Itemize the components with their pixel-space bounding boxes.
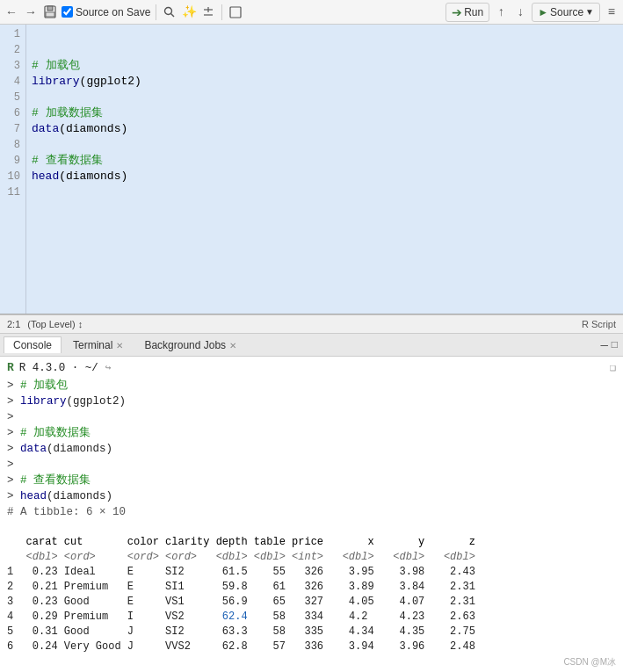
status-bar: 2:1 (Top Level) ↕ R Script <box>0 314 623 334</box>
editor-toolbar: ← → Source on Save ✨ ➔ Run <box>0 0 623 25</box>
svg-point-3 <box>165 7 172 14</box>
search-icon[interactable] <box>162 4 177 20</box>
console-line-4: > # 加载数据集 <box>7 425 616 441</box>
background-jobs-close-icon[interactable]: ✕ <box>229 341 236 350</box>
editor-code-content[interactable]: # 加载包 library(ggplot2) # 加载数据集 data(diam… <box>26 25 623 314</box>
line-num-7: 7 <box>5 121 20 137</box>
run-arrow-icon: ➔ <box>452 5 462 19</box>
line-num-6: 6 <box>5 105 20 121</box>
console-tibble-info: # A tibble: 6 × 10 <box>7 504 616 520</box>
code-line-3: # 加载包 <box>32 58 618 74</box>
code-line-9: # 查看数据集 <box>32 153 618 169</box>
svg-line-4 <box>171 13 175 17</box>
r-version-text: R 4.3.0 · ~/ <box>19 360 98 376</box>
console-panel: Console Terminal ✕ Background Jobs ✕ ― □… <box>0 334 623 672</box>
code-line-10: head(diamonds) <box>32 169 618 184</box>
line-num-10: 10 <box>5 169 20 184</box>
line-num-3: 3 <box>5 58 20 74</box>
console-line-7: > # 查看数据集 <box>7 473 616 488</box>
line-num-9: 9 <box>5 153 20 169</box>
forward-icon[interactable]: → <box>23 4 39 20</box>
background-jobs-tab-label: Background Jobs <box>144 339 226 351</box>
code-line-5 <box>32 90 618 105</box>
terminal-tab-label: Terminal <box>73 339 112 351</box>
source-on-save-checkbox[interactable] <box>62 6 73 18</box>
nav-down-icon[interactable]: ↓ <box>512 4 528 20</box>
diff-icon[interactable] <box>200 4 216 20</box>
source-button[interactable]: ► Source ▼ <box>532 3 600 22</box>
tab-console[interactable]: Console <box>4 336 62 353</box>
line-num-1: 1 <box>5 26 20 42</box>
toolbar-right: ➔ Run ↑ ↓ ► Source ▼ ≡ <box>446 3 619 22</box>
r-logo: R <box>7 360 14 376</box>
source-label: Source <box>550 6 583 18</box>
toolbar-sep2 <box>221 4 222 20</box>
r-version-line: R R 4.3.0 · ~/ ↪ ❏ <box>7 360 616 376</box>
tab-background-jobs[interactable]: Background Jobs ✕ <box>134 336 246 353</box>
svg-rect-2 <box>46 12 54 17</box>
console-line-6: > <box>7 457 616 473</box>
code-icon[interactable] <box>228 4 243 20</box>
nav-up-icon[interactable]: ↑ <box>493 4 509 20</box>
code-line-7: data(diamonds) <box>32 121 618 137</box>
console-line-2: > library(ggplot2) <box>7 394 616 409</box>
code-line-8 <box>32 137 618 153</box>
run-button[interactable]: ➔ Run <box>446 3 489 22</box>
minimize-icon[interactable]: ― <box>600 338 607 352</box>
maximize-icon[interactable]: □ <box>612 339 618 351</box>
tibble-output: carat cut color clarity depth table pric… <box>7 520 616 669</box>
console-line-5: > data(diamonds) <box>7 441 616 457</box>
cursor-position: 2:1 <box>7 319 20 329</box>
svg-rect-1 <box>47 6 53 11</box>
toolbar-sep1 <box>156 4 156 20</box>
console-clear-icon[interactable]: ❏ <box>610 360 616 376</box>
source-arrow-icon: ► <box>538 6 548 18</box>
console-line-8: > head(diamonds) <box>7 488 616 504</box>
console-line-3: > <box>7 409 616 425</box>
console-panel-icons: ― □ <box>600 338 623 352</box>
line-numbers: 1 2 3 4 5 6 7 8 9 10 11 <box>0 25 26 314</box>
code-line-4: library(ggplot2) <box>32 74 618 90</box>
code-line-11 <box>32 184 618 200</box>
code-line-6: # 加载数据集 <box>32 105 618 121</box>
code-line-2 <box>32 42 618 58</box>
console-tab-label: Console <box>13 339 52 351</box>
console-line-1: > # 加载包 <box>7 378 616 394</box>
save-icon[interactable] <box>42 4 58 20</box>
watermark: CSDN @M冰 <box>563 656 616 668</box>
line-num-2: 2 <box>5 42 20 58</box>
console-output-area[interactable]: R R 4.3.0 · ~/ ↪ ❏ > # 加载包 > library(ggp… <box>0 357 623 672</box>
line-num-4: 4 <box>5 74 20 90</box>
code-editor[interactable]: 1 2 3 4 5 6 7 8 9 10 11 # 加载包 library(gg… <box>0 25 623 314</box>
r-info-icon[interactable]: ↪ <box>105 360 112 376</box>
magic-icon[interactable]: ✨ <box>181 4 197 20</box>
terminal-close-icon[interactable]: ✕ <box>116 341 123 350</box>
file-type: R Script <box>582 319 616 329</box>
back-icon[interactable]: ← <box>4 4 19 20</box>
menu-icon[interactable]: ≡ <box>604 4 619 20</box>
run-label: Run <box>464 6 483 18</box>
source-dropdown-icon: ▼ <box>585 7 594 17</box>
line-num-8: 8 <box>5 137 20 153</box>
tab-terminal[interactable]: Terminal ✕ <box>63 336 133 353</box>
console-tabs-bar: Console Terminal ✕ Background Jobs ✕ ― □ <box>0 334 623 357</box>
line-num-5: 5 <box>5 90 20 105</box>
source-on-save-label: Source on Save <box>76 6 150 18</box>
code-line-1 <box>32 26 618 42</box>
svg-rect-8 <box>230 7 241 18</box>
source-on-save-area[interactable]: Source on Save <box>62 6 150 18</box>
line-num-11: 11 <box>5 184 20 200</box>
scope-indicator[interactable]: (Top Level) ↕ <box>27 319 83 329</box>
